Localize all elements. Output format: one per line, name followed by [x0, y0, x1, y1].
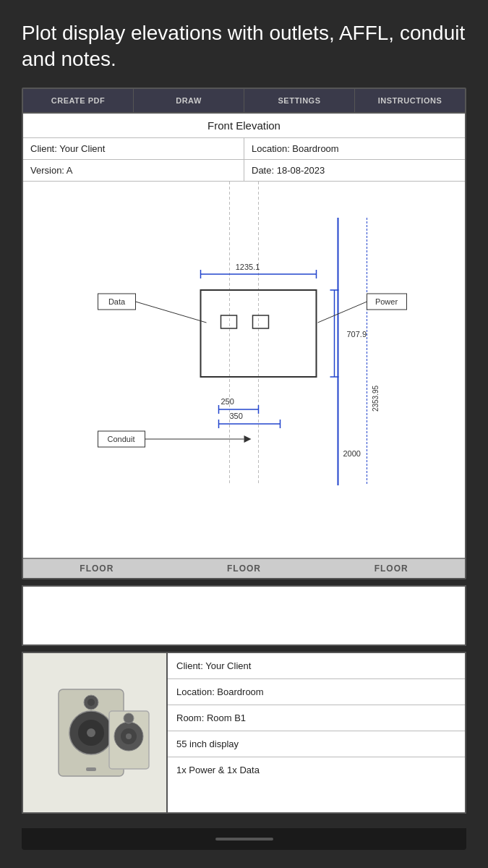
draw-button[interactable]: DRAW — [134, 89, 244, 112]
bottom-bar — [22, 828, 466, 850]
elevation-title: Front Elevation — [23, 114, 465, 138]
product-client: Client: Your Client — [168, 653, 465, 679]
svg-point-38 — [87, 728, 95, 737]
svg-text:Power: Power — [375, 297, 398, 306]
svg-marker-34 — [244, 435, 252, 443]
floor-strip: FLOOR FLOOR FLOOR — [23, 558, 465, 578]
svg-point-46 — [124, 713, 134, 723]
version-date-row: Version: A Date: 18-08-2023 — [23, 160, 465, 181]
svg-text:250: 250 — [221, 397, 234, 406]
speaker-svg — [37, 668, 153, 798]
elevation-info: Front Elevation Client: Your Client Loca… — [23, 114, 465, 182]
version-cell: Version: A — [23, 160, 244, 181]
svg-point-40 — [87, 699, 95, 706]
toolbar: CREATE PDF DRAW SETTINGS INSTRUCTIONS — [23, 89, 465, 114]
product-info-list: Client: Your Client Location: Boardroom … — [168, 653, 465, 812]
svg-text:707.9: 707.9 — [347, 330, 367, 339]
client-cell: Client: Your Client — [23, 138, 244, 159]
floor-label-1: FLOOR — [23, 559, 171, 578]
product-card: Client: Your Client Location: Boardroom … — [22, 652, 466, 814]
header-title: Plot display elevations with outlets, AF… — [22, 22, 465, 70]
page-header: Plot display elevations with outlets, AF… — [0, 0, 488, 88]
svg-point-45 — [126, 733, 132, 739]
main-card: CREATE PDF DRAW SETTINGS INSTRUCTIONS Fr… — [22, 88, 466, 579]
svg-text:350: 350 — [230, 412, 243, 420]
svg-text:2353.95: 2353.95 — [372, 385, 380, 412]
date-cell: Date: 18-08-2023 — [244, 160, 465, 181]
home-indicator — [215, 838, 273, 841]
product-room: Room: Room B1 — [168, 705, 465, 731]
drawing-area: 1235.1 707.9 250 350 2000 2353.95 — [23, 182, 465, 558]
svg-line-27 — [136, 302, 207, 323]
settings-button[interactable]: SETTINGS — [244, 89, 355, 112]
product-size: 55 inch display — [168, 731, 465, 757]
svg-text:2000: 2000 — [343, 449, 361, 458]
instructions-button[interactable]: INSTRUCTIONS — [355, 89, 465, 112]
product-connections: 1x Power & 1x Data — [168, 757, 465, 783]
svg-rect-4 — [253, 315, 269, 328]
product-location: Location: Boardroom — [168, 679, 465, 705]
svg-line-30 — [318, 302, 367, 323]
svg-rect-3 — [221, 315, 237, 328]
client-location-row: Client: Your Client Location: Boardroom — [23, 138, 465, 160]
floor-label-2: FLOOR — [171, 559, 318, 578]
floor-label-3: FLOOR — [317, 559, 465, 578]
location-cell: Location: Boardroom — [244, 138, 465, 159]
svg-text:Data: Data — [108, 297, 126, 306]
second-card — [22, 585, 466, 646]
create-pdf-button[interactable]: CREATE PDF — [23, 89, 134, 112]
svg-text:1235.1: 1235.1 — [236, 263, 260, 271]
svg-rect-41 — [86, 767, 96, 771]
svg-text:Conduit: Conduit — [108, 435, 135, 443]
elevation-svg: 1235.1 707.9 250 350 2000 2353.95 — [23, 182, 465, 558]
speaker-illustration — [23, 653, 168, 812]
